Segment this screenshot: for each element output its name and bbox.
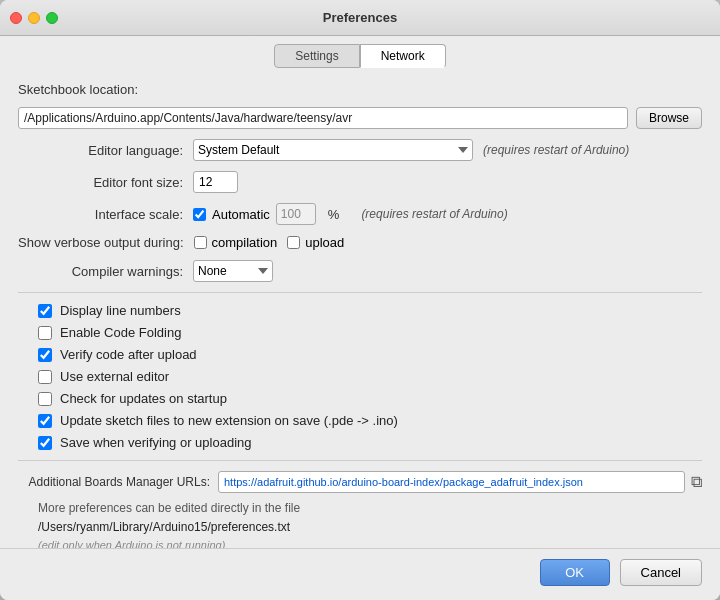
more-info-line1: More preferences can be edited directly … bbox=[38, 499, 702, 518]
cancel-button[interactable]: Cancel bbox=[620, 559, 702, 586]
window-title: Preferences bbox=[323, 10, 397, 25]
verify-code-label[interactable]: Verify code after upload bbox=[60, 347, 197, 362]
editor-language-label: Editor language: bbox=[18, 143, 193, 158]
verbose-row: Show verbose output during: compilation … bbox=[18, 235, 702, 250]
more-info-section: More preferences can be edited directly … bbox=[18, 499, 702, 548]
open-url-icon[interactable]: ⧉ bbox=[691, 473, 702, 491]
interface-scale-label: Interface scale: bbox=[18, 207, 193, 222]
enable-code-folding-checkbox[interactable] bbox=[38, 326, 52, 340]
additional-boards-label: Additional Boards Manager URLs: bbox=[18, 475, 218, 489]
update-sketch-files-label[interactable]: Update sketch files to new extension on … bbox=[60, 413, 398, 428]
check-updates-label[interactable]: Check for updates on startup bbox=[60, 391, 227, 406]
verbose-label: Show verbose output during: bbox=[18, 235, 194, 250]
checkbox-check-updates: Check for updates on startup bbox=[18, 391, 702, 406]
more-info-note: (edit only when Arduino is not running) bbox=[38, 537, 702, 548]
compiler-warnings-label: Compiler warnings: bbox=[18, 264, 193, 279]
title-bar: Preferences bbox=[0, 0, 720, 36]
preferences-window: Preferences Settings Network Sketchbook … bbox=[0, 0, 720, 600]
display-line-numbers-checkbox[interactable] bbox=[38, 304, 52, 318]
check-updates-checkbox[interactable] bbox=[38, 392, 52, 406]
save-when-verifying-checkbox[interactable] bbox=[38, 436, 52, 450]
checkbox-save-when-verifying: Save when verifying or uploading bbox=[18, 435, 702, 450]
display-line-numbers-label[interactable]: Display line numbers bbox=[60, 303, 181, 318]
settings-content: Sketchbook location: Browse Editor langu… bbox=[0, 68, 720, 548]
automatic-label: Automatic bbox=[212, 207, 270, 222]
compilation-group: compilation upload bbox=[194, 235, 345, 250]
interface-scale-row: Interface scale: Automatic % (requires r… bbox=[18, 203, 702, 225]
checkbox-use-external-editor: Use external editor bbox=[18, 369, 702, 384]
browse-button[interactable]: Browse bbox=[636, 107, 702, 129]
checkbox-display-line-numbers: Display line numbers bbox=[18, 303, 702, 318]
checkbox-update-sketch-files: Update sketch files to new extension on … bbox=[18, 413, 702, 428]
sketchbook-path-row: Browse bbox=[18, 107, 702, 129]
upload-label: upload bbox=[305, 235, 344, 250]
use-external-editor-label[interactable]: Use external editor bbox=[60, 369, 169, 384]
compiler-warnings-select[interactable]: None bbox=[193, 260, 273, 282]
preferences-path: /Users/ryanm/Library/Arduino15/preferenc… bbox=[38, 518, 702, 537]
save-when-verifying-label[interactable]: Save when verifying or uploading bbox=[60, 435, 252, 450]
sketchbook-label: Sketchbook location: bbox=[18, 82, 148, 97]
percent-input[interactable] bbox=[276, 203, 316, 225]
maximize-button[interactable] bbox=[46, 12, 58, 24]
editor-font-size-input[interactable] bbox=[193, 171, 238, 193]
additional-boards-row: Additional Boards Manager URLs: ⧉ bbox=[18, 471, 702, 493]
divider-2 bbox=[18, 460, 702, 461]
checkbox-enable-code-folding: Enable Code Folding bbox=[18, 325, 702, 340]
minimize-button[interactable] bbox=[28, 12, 40, 24]
verify-code-checkbox[interactable] bbox=[38, 348, 52, 362]
compilation-label: compilation bbox=[212, 235, 278, 250]
traffic-lights bbox=[10, 12, 58, 24]
compilation-checkbox[interactable] bbox=[194, 236, 207, 249]
editor-language-select[interactable]: System Default bbox=[193, 139, 473, 161]
editor-language-row: Editor language: System Default (require… bbox=[18, 139, 702, 161]
tab-network[interactable]: Network bbox=[360, 44, 446, 68]
editor-language-hint: (requires restart of Arduino) bbox=[483, 143, 629, 157]
tab-bar: Settings Network bbox=[0, 36, 720, 68]
ok-button[interactable]: OK bbox=[540, 559, 610, 586]
upload-checkbox[interactable] bbox=[287, 236, 300, 249]
checkboxes-container: Display line numbers Enable Code Folding… bbox=[18, 303, 702, 450]
close-button[interactable] bbox=[10, 12, 22, 24]
use-external-editor-checkbox[interactable] bbox=[38, 370, 52, 384]
interface-scale-hint: (requires restart of Arduino) bbox=[361, 207, 507, 221]
compiler-warnings-row: Compiler warnings: None bbox=[18, 260, 702, 282]
compilation-item: compilation bbox=[194, 235, 278, 250]
divider-1 bbox=[18, 292, 702, 293]
editor-font-size-row: Editor font size: bbox=[18, 171, 702, 193]
sketchbook-path-input[interactable] bbox=[18, 107, 628, 129]
additional-boards-url-input[interactable] bbox=[218, 471, 685, 493]
enable-code-folding-label[interactable]: Enable Code Folding bbox=[60, 325, 181, 340]
upload-item: upload bbox=[287, 235, 344, 250]
update-sketch-files-checkbox[interactable] bbox=[38, 414, 52, 428]
percent-symbol: % bbox=[328, 207, 340, 222]
editor-font-size-label: Editor font size: bbox=[18, 175, 193, 190]
automatic-checkbox[interactable] bbox=[193, 208, 206, 221]
sketchbook-row: Sketchbook location: bbox=[18, 82, 702, 97]
checkbox-verify-code: Verify code after upload bbox=[18, 347, 702, 362]
tab-settings[interactable]: Settings bbox=[274, 44, 359, 68]
interface-scale-group: Automatic % (requires restart of Arduino… bbox=[193, 203, 508, 225]
footer: OK Cancel bbox=[0, 548, 720, 600]
